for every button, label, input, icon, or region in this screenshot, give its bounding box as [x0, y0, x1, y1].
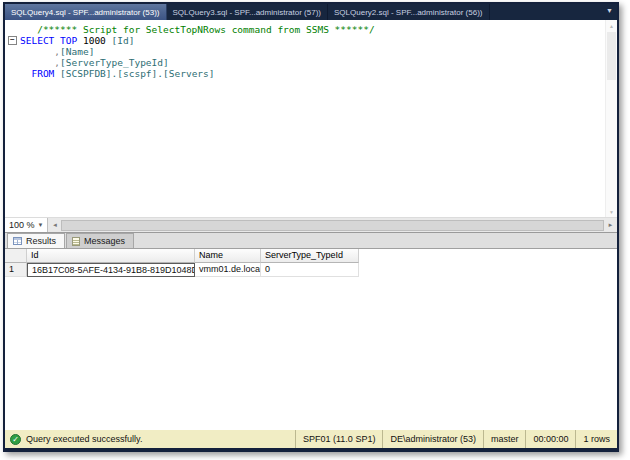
horizontal-scrollbar[interactable]: ◄ ►	[48, 218, 617, 232]
results-tab-strip: ResultsMessages	[5, 232, 617, 248]
row-number-cell[interactable]: 1	[5, 263, 27, 277]
code-line: ,[Name]	[20, 46, 617, 57]
status-server-instance: SPF01 (11.0 SP1)	[295, 430, 382, 448]
document-tab[interactable]: SQLQuery2.sql - SPF...administrator (56)…	[328, 4, 490, 20]
results-pane-tab-messages[interactable]: Messages	[66, 233, 134, 248]
code-segment	[20, 57, 54, 68]
grid-cell[interactable]: vmm01.de.local	[195, 263, 261, 277]
scroll-down-icon[interactable]: ▼	[606, 206, 617, 217]
code-segment: [SCSPFDB].[scspf].[Servers]	[60, 68, 214, 79]
code-line: FROM [SCSPFDB].[scspf].[Servers]	[20, 68, 617, 79]
document-tab[interactable]: SQLQuery4.sql - SPF...administrator (53)…	[5, 4, 167, 20]
grid-data-row: 116B17C08-5AFE-4134-91B8-819D1048D976vmm…	[5, 263, 617, 277]
collapse-region-icon[interactable]: −	[8, 36, 17, 45]
scroll-left-icon[interactable]: ◄	[48, 222, 61, 228]
vertical-scroll-thumb[interactable]	[607, 32, 616, 80]
document-tabs: SQLQuery4.sql - SPF...administrator (53)…	[5, 4, 490, 20]
horizontal-scroll-thumb[interactable]	[61, 220, 604, 231]
code-segment: SELECT	[20, 35, 54, 46]
editor-bottom-strip: 100 % ▼ ◄ ►	[5, 217, 617, 232]
results-tab-label: Messages	[84, 236, 125, 246]
tab-list-dropdown-icon[interactable]: ▼	[606, 7, 613, 14]
code-segment	[20, 68, 31, 79]
code-segment: [ServerType_TypeId]	[60, 57, 169, 68]
results-grid-icon	[13, 237, 22, 245]
grid-header-row: IdNameServerType_TypeId	[5, 249, 617, 263]
document-tab-bar: SQLQuery4.sql - SPF...administrator (53)…	[5, 4, 617, 20]
code-line: /****** Script for SelectTopNRows comman…	[20, 24, 617, 35]
grid-cell[interactable]: 16B17C08-5AFE-4134-91B8-819D1048D976	[27, 263, 195, 277]
messages-icon	[72, 237, 80, 246]
status-message: Query executed successfully.	[26, 434, 142, 444]
results-grid-pane: IdNameServerType_TypeId116B17C08-5AFE-41…	[5, 248, 617, 430]
status-bar: ✓ Query executed successfully. SPF01 (11…	[5, 430, 617, 448]
sql-code[interactable]: /****** Script for SelectTopNRows comman…	[20, 24, 617, 79]
editor-vertical-scrollbar[interactable]: ▲ ▼	[605, 20, 617, 217]
code-segment: 1000	[77, 35, 111, 46]
grid-cell[interactable]: 0	[261, 263, 359, 277]
code-segment	[20, 46, 54, 57]
zoom-level-label: 100 %	[9, 220, 35, 230]
ssms-window: SQLQuery4.sql - SPF...administrator (53)…	[3, 2, 619, 452]
status-bar-segments: SPF01 (11.0 SP1)DE\administrator (53)mas…	[295, 430, 617, 448]
scroll-right-icon[interactable]: ►	[604, 222, 617, 228]
status-message-area: ✓ Query executed successfully.	[5, 434, 142, 445]
status-database: master	[483, 430, 526, 448]
results-pane-tab-results[interactable]: Results	[7, 233, 65, 248]
code-segment: [Id]	[112, 35, 135, 46]
code-line: −SELECT TOP 1000 [Id]	[20, 35, 617, 46]
results-grid: IdNameServerType_TypeId116B17C08-5AFE-41…	[5, 249, 617, 277]
column-header[interactable]: Name	[195, 249, 261, 263]
zoom-control[interactable]: 100 % ▼	[5, 218, 48, 232]
document-tab[interactable]: SQLQuery3.sql - SPF...administrator (57)…	[167, 4, 329, 20]
code-segment: FROM	[31, 68, 54, 79]
status-row-count: 1 rows	[575, 430, 617, 448]
column-header[interactable]: ServerType_TypeId	[261, 249, 359, 263]
screenshot-canvas: SQLQuery4.sql - SPF...administrator (53)…	[0, 0, 630, 460]
chevron-down-icon: ▼	[38, 222, 44, 228]
results-tab-label: Results	[26, 236, 56, 246]
status-elapsed-time: 00:00:00	[525, 430, 575, 448]
scroll-up-icon[interactable]: ▲	[606, 20, 617, 31]
grid-corner-cell	[5, 249, 27, 263]
success-check-icon: ✓	[10, 434, 21, 445]
code-segment: [Name]	[60, 46, 94, 57]
code-segment: /****** Script for SelectTopNRows comman…	[37, 24, 374, 35]
code-segment	[20, 24, 37, 35]
status-login-user: DE\administrator (53)	[382, 430, 483, 448]
column-header[interactable]: Id	[27, 249, 195, 263]
code-segment: TOP	[60, 35, 77, 46]
code-line: ,[ServerType_TypeId]	[20, 57, 617, 68]
sql-editor[interactable]: /****** Script for SelectTopNRows comman…	[5, 20, 617, 217]
